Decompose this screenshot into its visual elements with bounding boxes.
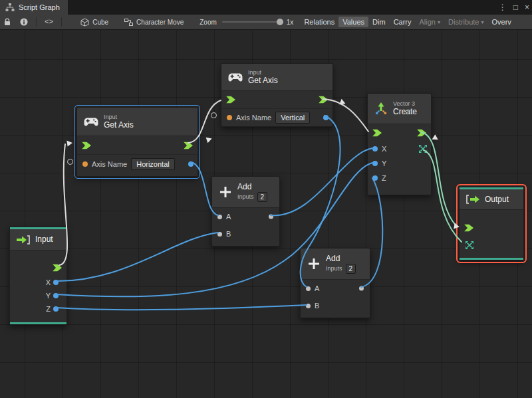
port-row-a: A (212, 208, 279, 225)
port-label: Y (382, 159, 386, 167)
button-label: Align (420, 18, 436, 26)
port-row-x: X (10, 276, 66, 289)
button-label: Values (342, 18, 364, 26)
button-label: Dim (372, 18, 386, 26)
node-padding (368, 185, 431, 195)
plus-icon (307, 257, 321, 270)
toolbar-separator (61, 17, 62, 27)
code-view-icon[interactable]: <> (45, 18, 53, 26)
port-label: X (46, 278, 51, 286)
param-row: Axis Name Horizontal (77, 154, 198, 173)
flow-in-port[interactable] (82, 142, 91, 149)
sum-out-port[interactable] (269, 215, 273, 219)
node-title: Input (35, 235, 53, 244)
flow-out-port[interactable] (319, 96, 328, 104)
plus-icon (219, 185, 232, 199)
zoom-label: Zoom (200, 19, 217, 26)
node-header: Add Inputs 2 (212, 177, 279, 208)
zoom-slider-track (222, 21, 283, 23)
toolbar-button-dim[interactable]: Dim (368, 17, 390, 27)
tab-title: Script Graph (19, 3, 60, 11)
flow-in-port[interactable] (372, 130, 382, 137)
lock-icon[interactable] (4, 18, 11, 26)
zoom-slider[interactable] (222, 18, 283, 26)
port-row-b: B (212, 225, 279, 243)
breadcrumb-character-move[interactable]: Character Move (136, 19, 184, 26)
node-graph-input[interactable]: Input X Y Z (9, 227, 67, 325)
node-header-text: Input Get Axis (104, 114, 134, 130)
axis-name-field[interactable]: Horizontal (131, 158, 175, 170)
node-graph-output-selected[interactable]: Output (459, 187, 524, 260)
port-label: Z (46, 305, 51, 313)
info-icon[interactable] (20, 18, 28, 26)
node-header-text: Add Inputs 2 (326, 254, 356, 273)
toolbar-button-overview[interactable]: Overv (487, 17, 515, 27)
flow-out-port[interactable] (184, 142, 193, 149)
node-vector3-create[interactable]: Vector 3 Create X Y Z (367, 93, 432, 195)
toolbar-button-relations[interactable]: Relations (300, 17, 338, 27)
maximize-icon[interactable]: □ (513, 0, 518, 15)
node-add-2[interactable]: Add Inputs 2 A B (300, 248, 370, 318)
toolbar-button-carry[interactable]: Carry (390, 17, 416, 27)
node-title: Add (326, 254, 356, 263)
menu-icon[interactable]: ⋮ (499, 0, 507, 15)
breadcrumb-cube[interactable]: Cube (92, 19, 108, 26)
inputs-label: Inputs (326, 265, 342, 272)
value-out-port[interactable] (188, 161, 194, 167)
gamepad-icon (228, 73, 243, 82)
port-row-z: Z (10, 302, 66, 316)
window-controls: ⋮ □ × (499, 0, 531, 15)
flow-out-port[interactable] (417, 130, 426, 137)
flow-in-port[interactable] (464, 225, 473, 232)
flow-port-row (368, 124, 431, 142)
node-get-axis-vertical[interactable]: Input Get Axis Axis Name Vertical (221, 63, 333, 127)
flow-in-port[interactable] (226, 96, 235, 104)
input-b-port[interactable] (306, 304, 311, 308)
port-label: A (226, 213, 231, 221)
flow-port-row (77, 136, 198, 154)
axis-name-field[interactable]: Vertical (275, 112, 310, 124)
axis-name-in-port[interactable] (82, 161, 88, 167)
y-in-port[interactable] (372, 161, 378, 166)
x-in-port[interactable] (372, 146, 378, 151)
button-label: Distribute (448, 18, 479, 26)
button-label: Overv (491, 18, 511, 26)
toolbar-button-distribute[interactable]: Distribute▾ (444, 17, 487, 27)
x-out-port[interactable] (53, 280, 59, 285)
node-title: Get Axis (248, 76, 278, 85)
port-row-x: X (368, 142, 431, 156)
inputs-line: Inputs 2 (237, 192, 267, 202)
close-icon[interactable]: × (525, 0, 529, 15)
z-out-port[interactable] (53, 306, 59, 312)
port-row-a: A (301, 280, 370, 297)
toolbar-button-values[interactable]: Values (338, 17, 368, 27)
vector3-icon (374, 102, 388, 116)
node-header: Input Get Axis (221, 64, 332, 91)
param-label: Axis Name (92, 160, 127, 168)
y-out-port[interactable] (53, 293, 59, 298)
port-label: B (226, 230, 231, 238)
input-a-port[interactable] (217, 215, 222, 219)
value-out-port[interactable] (323, 115, 329, 120)
zoom-slider-handle[interactable] (277, 19, 283, 25)
node-title: Add (237, 182, 267, 191)
tab-script-graph[interactable]: Script Graph (0, 0, 68, 15)
inputs-label: Inputs (237, 193, 254, 200)
inputs-count-field[interactable]: 2 (346, 264, 356, 274)
param-label: Axis Name (236, 114, 271, 122)
axis-name-in-port[interactable] (227, 115, 232, 120)
z-in-port[interactable] (372, 175, 378, 181)
node-get-axis-horizontal-selected[interactable]: Input Get Axis Axis Name Horizontal (76, 107, 198, 177)
node-header: Input Get Axis (77, 108, 198, 136)
input-a-port[interactable] (306, 286, 311, 291)
flow-out-port[interactable] (53, 264, 62, 272)
vector-in-port[interactable] (465, 241, 474, 250)
node-title: Create (393, 107, 417, 116)
vector-out-port[interactable] (418, 144, 428, 153)
toolbar-button-align[interactable]: Align▾ (416, 17, 444, 27)
inputs-count-field[interactable]: 2 (257, 192, 268, 202)
node-add-1[interactable]: Add Inputs 2 A B (211, 176, 280, 247)
flow-port-row (460, 219, 523, 237)
sum-out-port[interactable] (359, 286, 364, 291)
input-b-port[interactable] (217, 232, 222, 237)
